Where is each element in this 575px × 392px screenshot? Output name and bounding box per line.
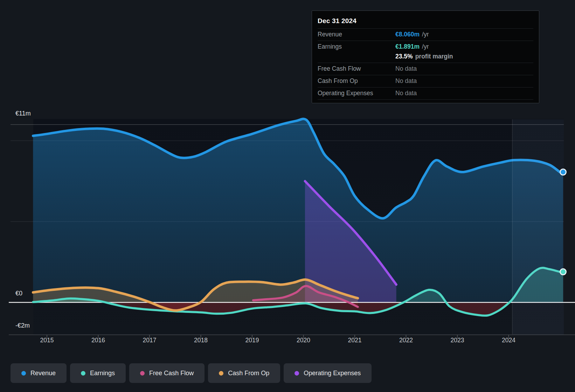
y-axis-label-zero: €0 (15, 290, 22, 297)
revenue-legend-dot (21, 371, 26, 376)
tooltip-row-revenue: Revenue€8.060m/yr (318, 28, 533, 41)
legend-item-earnings[interactable]: Earnings (70, 363, 126, 383)
tooltip-row-label: Cash From Op (318, 77, 395, 85)
legend-label: Earnings (90, 370, 115, 377)
tooltip-row-label: Free Cash Flow (318, 65, 395, 72)
x-axis-label-2021: 2021 (339, 337, 370, 344)
x-axis-label-2023: 2023 (442, 337, 473, 344)
x-axis-label-2020: 2020 (288, 337, 319, 344)
tooltip-row-label: Operating Expenses (318, 90, 395, 97)
legend-label: Free Cash Flow (149, 370, 194, 377)
tooltip-row-operating-expenses: Operating ExpensesNo data (318, 87, 533, 100)
x-axis-label-2015: 2015 (31, 337, 63, 344)
y-axis-label-top: €11m (15, 110, 31, 117)
x-axis-label-2024: 2024 (493, 337, 525, 344)
y-axis-label-bottom: -€2m (15, 322, 30, 329)
legend-label: Revenue (30, 370, 56, 377)
x-axis-label-2016: 2016 (83, 337, 114, 344)
earnings-legend-dot (81, 371, 85, 376)
revenue-end-marker (560, 169, 566, 175)
earnings-end-marker (560, 269, 566, 275)
latest-period-band (512, 119, 564, 335)
legend-item-opex[interactable]: Operating Expenses (284, 363, 372, 383)
tooltip-row-suffix: /yr (422, 43, 429, 50)
tooltip-row-profit-margin: 23.5%profit margin (318, 53, 533, 63)
legend-item-revenue[interactable]: Revenue (11, 363, 67, 383)
x-axis-label-2022: 2022 (390, 337, 422, 344)
tooltip-row-value: No data (395, 65, 417, 72)
fcf-legend-dot (140, 371, 145, 376)
tooltip-row-cash-from-op: Cash From OpNo data (318, 75, 533, 87)
cashop-legend-dot (219, 371, 223, 376)
tooltip-row-label: Revenue (318, 31, 395, 38)
opex-legend-dot (295, 371, 299, 376)
tooltip-row-earnings: Earnings€1.891m/yr (318, 41, 533, 53)
tooltip-row-suffix: /yr (422, 31, 429, 38)
legend: RevenueEarningsFree Cash FlowCash From O… (11, 363, 372, 383)
x-axis-label-2017: 2017 (134, 337, 165, 344)
tooltip-row-free-cash-flow: Free Cash FlowNo data (318, 63, 533, 75)
tooltip-row-suffix: profit margin (415, 53, 453, 60)
tooltip-row-value: €1.891m (395, 43, 420, 50)
x-axis-label-2019: 2019 (236, 337, 268, 344)
legend-label: Cash From Op (228, 370, 269, 377)
tooltip-row-value: No data (395, 77, 417, 85)
legend-label: Operating Expenses (304, 370, 361, 377)
tooltip-row-label: Earnings (318, 43, 395, 50)
tooltip-row-value: 23.5% (395, 53, 413, 60)
tooltip-panel: Dec 31 2024 Revenue€8.060m/yrEarnings€1.… (312, 10, 539, 103)
legend-item-fcf[interactable]: Free Cash Flow (129, 363, 205, 383)
x-axis-label-2018: 2018 (185, 337, 217, 344)
statement-chart-page: €11m €0 -€2m 201520162017201820192020202… (0, 0, 575, 392)
tooltip-row-value: €8.060m (395, 31, 420, 38)
tooltip-row-value: No data (395, 90, 417, 97)
legend-item-cashop[interactable]: Cash From Op (208, 363, 280, 383)
tooltip-date: Dec 31 2024 (318, 16, 533, 28)
